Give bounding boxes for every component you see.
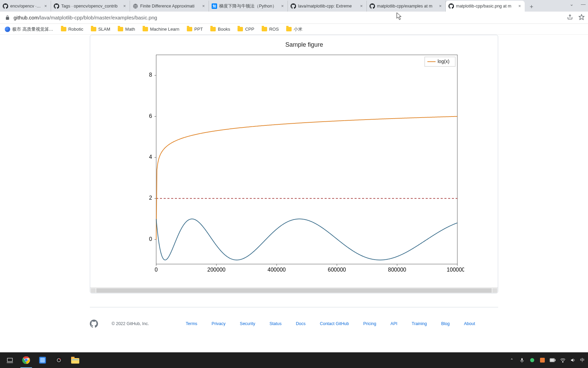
browser-tab[interactable]: Finite Difference Approximati× <box>130 1 209 12</box>
github-favicon-icon <box>448 3 454 9</box>
browser-tab[interactable]: encv/opencv · GitHub× <box>0 1 51 12</box>
y-tick-label: 2 <box>149 195 152 201</box>
svg-rect-27 <box>555 359 555 361</box>
taskbar-app-chrome[interactable] <box>18 352 34 368</box>
bookmark-item[interactable]: ROS <box>262 27 279 32</box>
x-tick-label: 600000 <box>328 267 346 273</box>
bookmark-item[interactable]: Machine Learn <box>143 27 179 32</box>
footer-link[interactable]: Security <box>240 321 255 326</box>
chart-image: Sample figure020000040000060000080000010… <box>94 39 494 284</box>
svg-rect-13 <box>7 358 13 362</box>
footer-link[interactable]: Blog <box>441 321 450 326</box>
taskbar-app-explorer[interactable] <box>67 352 83 368</box>
bookmark-label: Books <box>218 27 230 32</box>
page-content: Sample figure020000040000060000080000010… <box>0 35 588 341</box>
tray-volume-icon[interactable] <box>570 357 576 363</box>
svg-rect-22 <box>71 357 75 359</box>
github-footer: © 2022 GitHub, Inc. TermsPrivacySecurity… <box>90 307 498 341</box>
bookmark-item[interactable]: Books <box>210 27 230 32</box>
chevron-down-icon[interactable]: ⌄ <box>569 1 574 7</box>
bookmark-item[interactable]: Robotic <box>61 27 83 32</box>
close-icon[interactable]: × <box>201 4 206 9</box>
new-tab-button[interactable]: + <box>527 2 536 12</box>
legend-label: log(x) <box>438 59 450 64</box>
folder-icon <box>61 27 66 31</box>
address-bar: github.com/lava/matplotlib-cpp/blob/mast… <box>0 12 588 24</box>
minimize-icon[interactable]: ― <box>581 1 586 7</box>
close-icon[interactable]: × <box>438 4 443 9</box>
bookmark-label: SLAM <box>98 27 110 32</box>
x-tick-label: 800000 <box>388 267 406 273</box>
close-icon[interactable]: × <box>280 4 285 9</box>
tray-orange-icon[interactable] <box>539 357 545 363</box>
footer-link[interactable]: Docs <box>296 321 305 326</box>
footer-link[interactable]: Contact GitHub <box>320 321 349 326</box>
url-field[interactable]: github.com/lava/matplotlib-cpp/blob/mast… <box>14 15 567 20</box>
svg-marker-1 <box>579 14 584 19</box>
share-icon[interactable] <box>567 14 573 21</box>
tray-battery-icon[interactable] <box>550 357 556 363</box>
svg-point-20 <box>59 358 61 360</box>
bookmark-label: CPP <box>245 27 254 32</box>
browser-tabstrip: encv/opencv · GitHub×Tags · opencv/openc… <box>0 0 588 12</box>
x-tick-label: 200000 <box>207 267 225 273</box>
bookmark-item[interactable]: PPT <box>187 27 203 32</box>
folder-icon <box>118 27 123 31</box>
browser-tab[interactable]: matplotlib-cpp/examples at m× <box>367 1 446 12</box>
bookmark-item[interactable]: SLAM <box>91 27 110 32</box>
folder-icon <box>187 27 192 31</box>
taskbar-app-generic-1[interactable] <box>35 352 50 368</box>
footer-link[interactable]: Terms <box>186 321 197 326</box>
folder-icon <box>286 27 292 31</box>
chart-title: Sample figure <box>285 41 323 48</box>
folder-icon <box>238 27 243 31</box>
bookmark-label: Math <box>125 27 135 32</box>
tray-wifi-icon[interactable] <box>560 357 566 363</box>
close-icon[interactable]: × <box>517 4 522 9</box>
bookmark-star-icon[interactable] <box>578 14 585 21</box>
footer-link[interactable]: Pricing <box>363 321 376 326</box>
close-icon[interactable]: × <box>359 4 364 9</box>
taskbar-app-obs[interactable] <box>51 352 67 368</box>
y-tick-label: 4 <box>149 154 152 160</box>
bookmark-item[interactable]: Math <box>118 27 135 32</box>
svg-rect-23 <box>72 359 79 360</box>
horizontal-scrollbar[interactable] <box>90 287 498 293</box>
bookmark-item[interactable]: 小米 <box>286 26 303 32</box>
site-icon <box>5 27 10 32</box>
folder-icon <box>210 27 216 31</box>
tray-green-icon[interactable] <box>529 357 535 363</box>
tray-mic-icon[interactable] <box>519 357 525 363</box>
bookmark-item[interactable]: CPP <box>238 27 254 32</box>
browser-tab[interactable]: 知梯度下降与牛顿法（Python）× <box>209 1 288 12</box>
y-tick-label: 8 <box>149 72 152 78</box>
tab-title: Tags · opencv/opencv_contrib <box>61 4 120 9</box>
bookmark-label: ROS <box>269 27 279 32</box>
github-logo-icon <box>90 320 98 328</box>
footer-link[interactable]: Privacy <box>212 321 226 326</box>
task-view-button[interactable] <box>2 352 18 368</box>
tab-title: matplotlib-cpp/basic.png at m <box>456 4 515 9</box>
x-tick-label: 400000 <box>267 267 285 273</box>
close-icon[interactable]: × <box>122 4 127 9</box>
bookmark-item[interactable]: 极市 高质量视觉算… <box>5 26 53 32</box>
footer-link[interactable]: Status <box>270 321 281 326</box>
bookmark-label: 小米 <box>294 26 303 32</box>
footer-link[interactable]: About <box>464 321 475 326</box>
tray-ime-indicator[interactable]: 中 <box>580 357 585 363</box>
footer-link[interactable]: API <box>391 321 397 326</box>
close-icon[interactable]: × <box>43 4 48 9</box>
github-favicon-icon <box>370 3 375 9</box>
browser-tab[interactable]: lava/matplotlib-cpp: Extreme× <box>288 1 367 12</box>
tab-title: encv/opencv · GitHub <box>10 4 41 9</box>
bookmarks-bar: 极市 高质量视觉算…RoboticSLAMMathMachine LearnPP… <box>0 24 588 35</box>
svg-rect-17 <box>40 358 45 363</box>
y-tick-label: 0 <box>149 236 152 242</box>
folder-icon <box>262 27 267 31</box>
bookmark-label: Robotic <box>68 27 83 32</box>
footer-link[interactable]: Training <box>412 321 427 326</box>
browser-tab[interactable]: Tags · opencv/opencv_contrib× <box>51 1 130 12</box>
copyright-text: © 2022 GitHub, Inc. <box>112 321 149 326</box>
tray-chevron-icon[interactable]: ⌃ <box>509 357 515 363</box>
browser-tab[interactable]: matplotlib-cpp/basic.png at m× <box>446 1 525 12</box>
